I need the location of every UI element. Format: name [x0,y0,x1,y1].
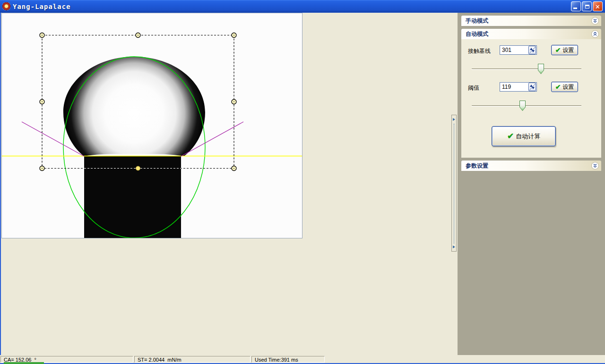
handle-dot [138,35,138,36]
threshold-set-button[interactable]: ✔ 设置 [551,82,578,92]
minimize-icon [573,8,577,9]
handle-dot [42,35,43,36]
handle-dot [233,102,234,102]
titlebar: Yang-Lapalace ✕ [0,0,605,13]
splitter-arrow-icon [453,245,455,248]
droplet-silhouette [63,57,205,156]
chevron-up-icon [593,32,597,36]
chevron-down-icon [593,18,597,23]
baseline-set-button[interactable]: ✔ 设置 [551,45,578,55]
handle-dot [42,102,43,102]
checkmark-icon: ✔ [507,132,514,140]
window-title: Yang-Lapalace [13,3,71,10]
status-contact-angle: CA= 152.06 ° [0,356,133,363]
minimize-button[interactable] [571,1,581,11]
handle-bottom-center[interactable] [136,166,140,170]
set-button-label: 设置 [562,83,574,91]
baseline-slider-thumb[interactable] [538,64,544,74]
status-surface-tension: ST= 2.0044 mN/m [134,356,251,363]
progress-indicator [4,362,44,364]
chevron-expand-button[interactable] [591,162,599,169]
handle-dot [233,168,234,169]
restore-button[interactable] [582,1,592,11]
drop-image-viewport[interactable] [1,13,302,238]
baseline-spinner[interactable] [528,46,536,54]
restore-icon [585,5,589,8]
section-header-manual-mode[interactable]: 手动模式 [461,16,601,26]
handle-dot [42,168,43,169]
chevron-expand-button[interactable] [591,17,599,25]
checkmark-icon: ✔ [555,84,561,90]
window-left-border [0,13,1,356]
baseline-label: 接触基线 [468,47,491,55]
baseline-slider-track[interactable] [472,68,581,70]
section-header-params[interactable]: 参数设置 [461,161,601,171]
params-title: 参数设置 [466,162,488,170]
spin-down-icon [532,50,535,52]
handle-dot [233,35,234,36]
close-icon: ✕ [593,2,602,11]
threshold-spinner[interactable] [528,83,536,91]
splitter-arrow-icon [453,118,455,121]
control-panel: 手动模式 自动模式 接触基线 ✔ [458,13,605,356]
threshold-slider-thumb[interactable] [519,101,526,111]
chevron-collapse-button[interactable] [591,30,599,38]
app-window: Yang-Lapalace ✕ [0,0,605,364]
splitter-dots [454,124,454,244]
threshold-slider-track[interactable] [472,105,581,107]
spin-down-icon [532,87,535,89]
status-used-time: Used Time:391 ms [251,356,325,363]
chevron-down-icon [593,163,597,168]
app-icon [2,2,10,10]
panel-splitter[interactable] [451,115,457,252]
manual-mode-title: 手动模式 [466,17,488,25]
close-button[interactable]: ✕ [593,1,603,11]
auto-calculate-button[interactable]: ✔ 自动计算 [492,126,556,146]
section-header-auto-mode[interactable]: 自动模式 [461,29,601,39]
baseline-slider[interactable] [472,64,581,76]
threshold-slider[interactable] [472,101,581,113]
checkmark-icon: ✔ [555,47,561,53]
set-button-label: 设置 [562,46,574,54]
status-bar: CA= 152.06 ° ST= 2.0044 mN/m Used Time:3… [0,355,605,363]
threshold-label: 阈值 [468,84,479,92]
auto-calc-label: 自动计算 [516,132,540,141]
drop-image [2,13,302,238]
auto-mode-panel: 接触基线 ✔ 设置 阈值 ✔ [461,39,601,158]
auto-mode-title: 自动模式 [466,30,488,38]
